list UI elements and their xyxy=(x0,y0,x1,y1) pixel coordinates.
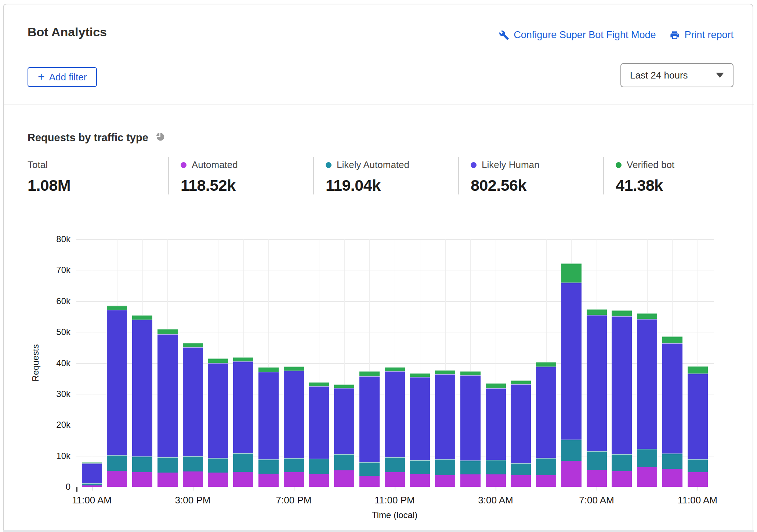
bar-5:00-am-18[interactable] xyxy=(536,239,556,487)
bar-segment-verified-bot xyxy=(132,315,152,320)
bar-12:00-pm-1[interactable] xyxy=(107,239,127,487)
bar-2:00-am-15[interactable] xyxy=(460,239,481,487)
bar-segment-likely-automated xyxy=(359,462,380,476)
bar-segment-likely-automated xyxy=(258,459,279,474)
bar-12:00-am-13[interactable] xyxy=(410,239,430,487)
stat-label-row: Likely Automated xyxy=(326,159,458,171)
configure-super-bot-fight-mode-link[interactable]: Configure Super Bot Fight Mode xyxy=(499,29,656,41)
bar-segment-automated xyxy=(536,475,556,487)
x-tick-label: 11:00 PM xyxy=(374,495,414,506)
bar-segment-likely-human xyxy=(435,374,455,459)
bar-segment-likely-human xyxy=(460,375,481,461)
bar-segment-likely-human xyxy=(587,315,607,451)
bar-10:00-pm-11[interactable] xyxy=(359,239,380,487)
bar-segment-verified-bot xyxy=(460,371,481,375)
x-tick-label: 11:00 AM xyxy=(72,495,112,506)
bar-segment-verified-bot xyxy=(82,462,102,463)
bar-segment-likely-human xyxy=(536,367,556,458)
time-range-select[interactable]: Last 24 hours xyxy=(620,63,734,87)
stat-verified-bot: Verified bot41.38k xyxy=(603,157,734,194)
bar-segment-likely-automated xyxy=(587,451,607,470)
stat-label: Automated xyxy=(192,159,238,171)
bar-11:00-am-0[interactable] xyxy=(82,239,102,487)
bar-segment-verified-bot xyxy=(157,329,178,334)
bar-segment-verified-bot xyxy=(410,373,430,377)
bar-segment-likely-automated xyxy=(486,460,506,474)
bar-segment-automated xyxy=(410,474,430,487)
bar-3:00-pm-4[interactable] xyxy=(183,239,203,487)
bar-segment-verified-bot xyxy=(359,371,380,376)
bar-segment-automated xyxy=(157,473,178,487)
bar-2:00-pm-3[interactable] xyxy=(157,239,178,487)
stat-label: Total xyxy=(28,159,48,171)
bar-segment-likely-automated xyxy=(460,460,481,474)
bar-11:00-am-24[interactable] xyxy=(688,239,708,487)
bar-segment-verified-bot xyxy=(334,385,354,388)
stat-label-row: Automated xyxy=(181,159,313,171)
bar-segment-automated xyxy=(132,472,152,487)
bar-7:00-pm-8[interactable] xyxy=(284,239,304,487)
x-tick-mark xyxy=(698,487,698,491)
bar-segment-likely-automated xyxy=(132,456,152,472)
bar-segment-likely-automated xyxy=(385,457,405,472)
page-title: Bot Analytics xyxy=(28,25,107,39)
bar-11:00-pm-12[interactable] xyxy=(385,239,405,487)
bar-segment-likely-human xyxy=(157,334,178,457)
bar-segment-verified-bot xyxy=(561,263,582,283)
bar-segment-automated xyxy=(587,470,607,487)
stat-value: 118.52k xyxy=(181,176,313,194)
bar-segment-likely-automated xyxy=(561,440,582,461)
time-range-value: Last 24 hours xyxy=(630,70,688,81)
bar-segment-likely-human xyxy=(410,377,430,460)
bar-segment-automated xyxy=(486,474,506,487)
bar-segment-verified-bot xyxy=(309,382,329,386)
y-tick-label: 70k xyxy=(41,265,70,275)
bar-7:00-am-20[interactable] xyxy=(587,239,607,487)
add-filter-button[interactable]: + Add filter xyxy=(28,67,97,87)
stat-automated: Automated118.52k xyxy=(168,157,313,194)
bar-1:00-pm-2[interactable] xyxy=(132,239,152,487)
bar-segment-likely-automated xyxy=(284,458,304,472)
plus-icon: + xyxy=(38,71,45,83)
x-tick-label: 7:00 AM xyxy=(579,495,614,506)
bar-8:00-pm-9[interactable] xyxy=(309,239,329,487)
bar-segment-likely-human xyxy=(233,361,253,453)
y-axis-title: Requests xyxy=(30,344,41,381)
bar-4:00-am-17[interactable] xyxy=(511,239,531,487)
bar-segment-likely-automated xyxy=(410,460,430,474)
print-report-link[interactable]: Print report xyxy=(670,29,734,41)
bar-6:00-pm-7[interactable] xyxy=(258,239,279,487)
bar-segment-likely-human xyxy=(107,310,127,455)
bar-segment-automated xyxy=(208,473,228,487)
bar-9:00-pm-10[interactable] xyxy=(334,239,354,487)
bar-8:00-am-21[interactable] xyxy=(612,239,632,487)
bar-6:00-am-19[interactable] xyxy=(561,239,582,487)
bar-segment-automated xyxy=(637,467,657,487)
bar-segment-likely-human xyxy=(208,363,228,458)
y-tick-label: 0 xyxy=(41,482,70,492)
bar-1:00-am-14[interactable] xyxy=(435,239,455,487)
section-title-row: Requests by traffic type xyxy=(28,131,166,144)
bar-segment-automated xyxy=(82,485,102,487)
bar-segment-likely-human xyxy=(258,372,279,459)
bar-segment-likely-automated xyxy=(233,453,253,472)
bar-segment-likely-automated xyxy=(662,453,682,469)
bar-segment-likely-human xyxy=(385,371,405,457)
bar-segment-likely-human xyxy=(637,319,657,449)
bar-segment-likely-automated xyxy=(688,459,708,472)
y-tick-label: 40k xyxy=(41,358,70,368)
traffic-type-stats: Total1.08MAutomated118.52kLikely Automat… xyxy=(28,157,734,194)
stat-label: Likely Human xyxy=(482,159,540,171)
bar-3:00-am-16[interactable] xyxy=(486,239,506,487)
bar-4:00-pm-5[interactable] xyxy=(208,239,228,487)
x-tick-label: 3:00 PM xyxy=(175,495,211,506)
stat-label-row: Verified bot xyxy=(616,159,734,171)
bar-segment-likely-automated xyxy=(435,459,455,475)
bar-9:00-am-22[interactable] xyxy=(637,239,657,487)
bar-segment-likely-human xyxy=(309,386,329,459)
bar-segment-likely-human xyxy=(334,388,354,454)
bar-10:00-am-23[interactable] xyxy=(662,239,682,487)
bar-segment-automated xyxy=(309,474,329,487)
bar-5:00-pm-6[interactable] xyxy=(233,239,253,487)
bar-segment-verified-bot xyxy=(486,383,506,388)
